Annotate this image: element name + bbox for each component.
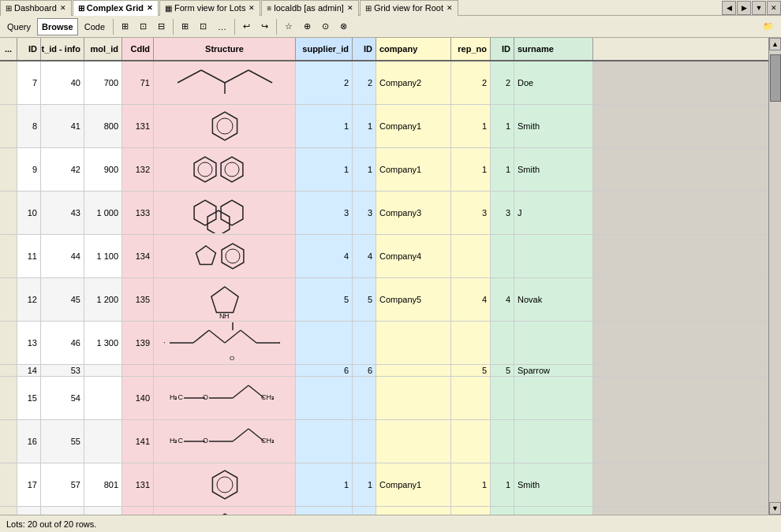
grid-cell: 3 (451, 192, 491, 234)
grid-cell: Sparrow (514, 365, 593, 376)
grid-cell (0, 148, 17, 191)
grid-cell (514, 377, 593, 419)
grid-cell: 3 (353, 192, 376, 234)
table-row[interactable]: 11441 10013444Company4 (0, 235, 768, 278)
grid-cell: 134 (122, 235, 154, 277)
table-row[interactable]: 7407007122Company222Doe (0, 61, 768, 105)
tab-dashboard[interactable]: ⊞ Dashboard ✕ (0, 0, 72, 16)
structure-cell (154, 365, 296, 376)
win-close-btn[interactable]: ✕ (767, 1, 781, 15)
grid-cell: 57 (41, 463, 84, 506)
grid-cell: 2 (353, 61, 376, 104)
svg-text:H: H (224, 312, 230, 320)
table-row[interactable]: 13461 300139O·· (0, 322, 768, 365)
grid-cell (491, 377, 514, 419)
col-header-sid[interactable]: ID (353, 38, 376, 60)
svg-line-11 (248, 70, 272, 83)
grid-cell: 1 300 (84, 322, 122, 364)
action-icon2: ⊡ (200, 21, 207, 32)
scroll-up-btn[interactable]: ▲ (769, 38, 781, 50)
grid-cell: 43 (41, 192, 84, 234)
folder-btn[interactable]: 📁 (758, 18, 779, 35)
col-header-sup[interactable]: supplier_id (296, 38, 353, 60)
svg-point-17 (198, 162, 212, 177)
action-btn2[interactable]: ⊡ (195, 18, 211, 35)
code-button[interactable]: Code (80, 18, 110, 35)
table-row[interactable]: 1655141H₃COCH₃ (0, 420, 768, 463)
grid-cell: Company1 (376, 105, 451, 147)
table-row[interactable]: 84180013111Company111Smith (0, 105, 768, 148)
col-header-rid[interactable]: ID (491, 38, 514, 60)
structure-cell (154, 235, 296, 277)
col-header-rep[interactable]: rep_no (451, 38, 491, 60)
svg-line-30 (209, 330, 225, 343)
action-icon1: ⊞ (181, 21, 189, 32)
grid-btn2[interactable]: ⊡ (135, 18, 151, 35)
grid-cell: 1 (296, 148, 353, 191)
scroll-track[interactable] (769, 50, 781, 502)
table-row[interactable]: 10431 00013333Company333J (0, 192, 768, 235)
tab-root-close[interactable]: ✕ (447, 4, 453, 12)
action-btn3[interactable]: … (213, 18, 231, 35)
tab-form-lots[interactable]: ▦ Form view for Lots ✕ (159, 0, 260, 16)
col-header-id[interactable]: ID (17, 38, 41, 60)
settings-btn[interactable]: ⊗ (335, 18, 352, 35)
grid-cell: 53 (41, 365, 84, 376)
col-header-mol[interactable]: mol_id (84, 38, 122, 60)
tab-dashboard-close[interactable]: ✕ (60, 4, 66, 12)
tab-localdb[interactable]: ≡ localdb [as admin] ✕ (261, 0, 359, 16)
scroll-down-btn[interactable]: ▼ (769, 502, 781, 515)
col-header-sur[interactable]: surname (514, 38, 593, 60)
table-row[interactable]: 1554140H₃COCH₃ (0, 377, 768, 420)
grid-cell: 6 (296, 365, 353, 376)
tab-grid-close[interactable]: ✕ (147, 4, 153, 12)
col-header-lot[interactable]: lot_id - info (41, 38, 84, 60)
browse-button[interactable]: Browse (37, 18, 78, 35)
fav-btn[interactable]: ☆ (280, 18, 297, 35)
svg-point-14 (217, 118, 233, 134)
table-row[interactable]: 185880213111Company111Smith (0, 507, 768, 515)
export-btn[interactable]: ⊙ (317, 18, 334, 35)
scroll-thumb[interactable] (770, 54, 781, 102)
toolbar: Query Browse Code ⊞ ⊡ ⊟ ⊞ ⊡ … ↩ ↪ ☆ ⊕ ⊙ … (0, 16, 781, 38)
grid-cell: 4 (451, 278, 491, 321)
tab-db-close[interactable]: ✕ (347, 4, 353, 12)
grid-cell: 1 (451, 105, 491, 147)
table-row[interactable]: 94290013211Company111Smith (0, 148, 768, 192)
tab-form-close[interactable]: ✕ (248, 4, 255, 12)
win-menu-btn[interactable]: ▼ (752, 1, 766, 15)
win-next-btn[interactable]: ▶ (737, 1, 751, 15)
grid-cell (376, 322, 451, 364)
grid-btn1[interactable]: ⊞ (117, 18, 133, 35)
grid-cell (514, 322, 593, 364)
query-button[interactable]: Query (2, 18, 36, 35)
grid-cell: 3 (491, 192, 514, 234)
grid-cell (451, 420, 491, 463)
tab-db-icon: ≡ (267, 4, 271, 13)
table-row[interactable]: 175780113111Company111Smith (0, 463, 768, 507)
grid-cell: 131 (122, 105, 154, 147)
svg-line-49 (233, 429, 248, 441)
table-row[interactable]: 12451 200135NH55Company544Novak (0, 278, 768, 322)
filter-btn[interactable]: ⊕ (299, 18, 316, 35)
win-prev-btn[interactable]: ◀ (722, 1, 736, 15)
grid-body[interactable]: 7407007122Company222Doe84180013111Compan… (0, 61, 768, 515)
col-header-struct[interactable]: Structure (154, 38, 296, 60)
col-header-cdid[interactable]: CdId (122, 38, 154, 60)
table-row[interactable]: 14536655Sparrow (0, 365, 768, 377)
grid-cell (0, 61, 17, 104)
col-header-sel[interactable]: ... (0, 38, 17, 60)
sep2 (173, 19, 174, 35)
grid-btn3[interactable]: ⊟ (153, 18, 170, 35)
svg-marker-13 (212, 112, 237, 140)
vscrollbar[interactable]: ▲ ▼ (768, 38, 781, 515)
tab-grid-icon: ⊞ (78, 4, 84, 13)
redo-btn[interactable]: ↪ (256, 18, 273, 35)
action-btn1[interactable]: ⊞ (177, 18, 193, 35)
grid-cell: 15 (17, 377, 41, 419)
undo-btn[interactable]: ↩ (238, 18, 255, 35)
col-header-comp[interactable]: company (376, 38, 451, 60)
tab-complex-grid[interactable]: ⊞ Complex Grid ✕ (73, 0, 159, 16)
svg-marker-22 (222, 244, 244, 269)
tab-root-grid[interactable]: ⊞ Grid view for Root ✕ (360, 0, 458, 16)
